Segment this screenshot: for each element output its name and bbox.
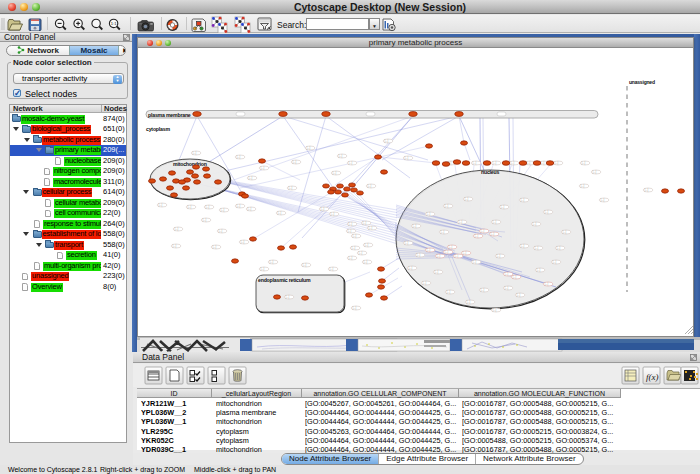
- svg-text:[...]: [...]: [353, 306, 357, 310]
- svg-text:[...]: [...]: [521, 244, 525, 248]
- svg-text:[...]: [...]: [363, 221, 367, 225]
- svg-text:[...]: [...]: [533, 222, 537, 226]
- svg-text:[...]: [...]: [261, 166, 265, 170]
- svg-text:[...]: [...]: [521, 198, 525, 202]
- svg-text:[...]: [...]: [581, 184, 585, 188]
- svg-text:[...]: [...]: [293, 160, 297, 164]
- svg-text:[...]: [...]: [493, 161, 497, 165]
- svg-text:[...]: [...]: [517, 293, 521, 297]
- svg-text:[...]: [...]: [447, 290, 451, 294]
- svg-text:[...]: [...]: [206, 205, 210, 209]
- svg-text:[...]: [...]: [505, 272, 509, 276]
- svg-text:cytoplasm: cytoplasm: [146, 126, 170, 132]
- svg-text:[...]: [...]: [405, 156, 409, 160]
- svg-text:1:1: 1:1: [111, 21, 117, 26]
- svg-text:[...]: [...]: [289, 186, 293, 190]
- svg-text:[...]: [...]: [278, 211, 282, 215]
- svg-text:[...]: [...]: [493, 220, 497, 224]
- svg-text:[...]: [...]: [249, 176, 253, 180]
- svg-text:[...]: [...]: [545, 282, 549, 286]
- svg-text:[...]: [...]: [353, 234, 357, 238]
- svg-text:[...]: [...]: [645, 188, 649, 192]
- svg-text:[...]: [...]: [445, 250, 449, 254]
- svg-text:[...]: [...]: [365, 243, 369, 247]
- svg-text:plasma membrane: plasma membrane: [148, 112, 191, 118]
- svg-text:[...]: [...]: [445, 204, 449, 208]
- svg-text:[...]: [...]: [219, 229, 223, 233]
- svg-text:[...]: [...]: [413, 224, 417, 228]
- svg-text:[...]: [...]: [159, 203, 163, 207]
- svg-text:[...]: [...]: [582, 161, 586, 165]
- svg-text:[...]: [...]: [481, 229, 485, 233]
- svg-text:[...]: [...]: [555, 161, 559, 165]
- svg-text:[...]: [...]: [441, 230, 445, 234]
- svg-text:[...]: [...]: [364, 260, 368, 264]
- svg-text:[...]: [...]: [557, 246, 561, 250]
- svg-text:[...]: [...]: [385, 139, 389, 143]
- svg-text:[...]: [...]: [527, 161, 531, 165]
- svg-text:[...]: [...]: [473, 260, 477, 264]
- svg-text:[...]: [...]: [475, 234, 479, 238]
- svg-text:[...]: [...]: [553, 260, 557, 264]
- svg-text:[...]: [...]: [545, 210, 549, 214]
- svg-text:[...]: [...]: [349, 256, 353, 260]
- svg-text:[...]: [...]: [405, 241, 409, 245]
- svg-text:[...]: [...]: [423, 281, 427, 285]
- svg-text:[...]: [...]: [465, 197, 469, 201]
- svg-text:[...]: [...]: [349, 222, 353, 226]
- svg-text:[...]: [...]: [303, 263, 307, 267]
- svg-text:[...]: [...]: [307, 146, 311, 150]
- svg-text:[...]: [...]: [493, 308, 497, 312]
- svg-text:[...]: [...]: [193, 151, 197, 155]
- svg-text:[...]: [...]: [535, 246, 539, 250]
- svg-text:[...]: [...]: [359, 251, 363, 255]
- svg-text:endoplasmic reticulum: endoplasmic reticulum: [258, 277, 311, 283]
- svg-text:[...]: [...]: [511, 161, 515, 165]
- svg-text:f(x): f(x): [646, 372, 659, 382]
- svg-text:[...]: [...]: [321, 207, 325, 211]
- svg-text:[...]: [...]: [505, 286, 509, 290]
- svg-text:[...]: [...]: [467, 300, 471, 304]
- svg-text:[...]: [...]: [369, 226, 373, 230]
- svg-text:[...]: [...]: [593, 170, 597, 174]
- svg-text:[...]: [...]: [331, 212, 335, 216]
- svg-text:unassigned: unassigned: [629, 79, 655, 85]
- svg-text:[...]: [...]: [455, 254, 459, 258]
- svg-text:[...]: [...]: [513, 275, 517, 279]
- svg-text:[...]: [...]: [270, 260, 274, 264]
- svg-text:[...]: [...]: [481, 288, 485, 292]
- svg-text:[...]: [...]: [537, 268, 541, 272]
- svg-text:[...]: [...]: [333, 171, 337, 175]
- svg-text:[...]: [...]: [541, 161, 545, 165]
- svg-text:[...]: [...]: [213, 245, 217, 249]
- svg-text:[...]: [...]: [237, 155, 241, 159]
- svg-text:[...]: [...]: [175, 227, 179, 231]
- svg-text:[...]: [...]: [601, 198, 605, 202]
- svg-text:[...]: [...]: [248, 207, 252, 211]
- svg-text:[...]: [...]: [241, 240, 245, 244]
- svg-text:[...]: [...]: [349, 161, 353, 165]
- svg-text:[...]: [...]: [203, 218, 207, 222]
- svg-text:[...]: [...]: [352, 246, 356, 250]
- svg-text:[...]: [...]: [339, 154, 343, 158]
- svg-text:[...]: [...]: [449, 245, 453, 249]
- svg-text:[...]: [...]: [330, 267, 334, 271]
- svg-text:[...]: [...]: [427, 212, 431, 216]
- svg-text:[...]: [...]: [459, 220, 463, 224]
- svg-text:[...]: [...]: [348, 229, 352, 233]
- svg-text:[...]: [...]: [417, 253, 421, 257]
- svg-text:[...]: [...]: [437, 254, 441, 258]
- svg-text:[...]: [...]: [473, 161, 477, 165]
- svg-text:[...]: [...]: [237, 204, 241, 208]
- svg-text:[...]: [...]: [368, 184, 372, 188]
- svg-text:[...]: [...]: [501, 205, 505, 209]
- svg-text:[...]: [...]: [463, 251, 467, 255]
- svg-text:[...]: [...]: [261, 267, 265, 271]
- svg-text:[...]: [...]: [563, 230, 567, 234]
- svg-text:[...]: [...]: [173, 244, 177, 248]
- svg-text:nucleus: nucleus: [481, 169, 500, 175]
- svg-text:[...]: [...]: [409, 266, 413, 270]
- svg-text:[...]: [...]: [286, 295, 290, 299]
- svg-text:[...]: [...]: [427, 248, 431, 252]
- svg-text:[...]: [...]: [491, 232, 495, 236]
